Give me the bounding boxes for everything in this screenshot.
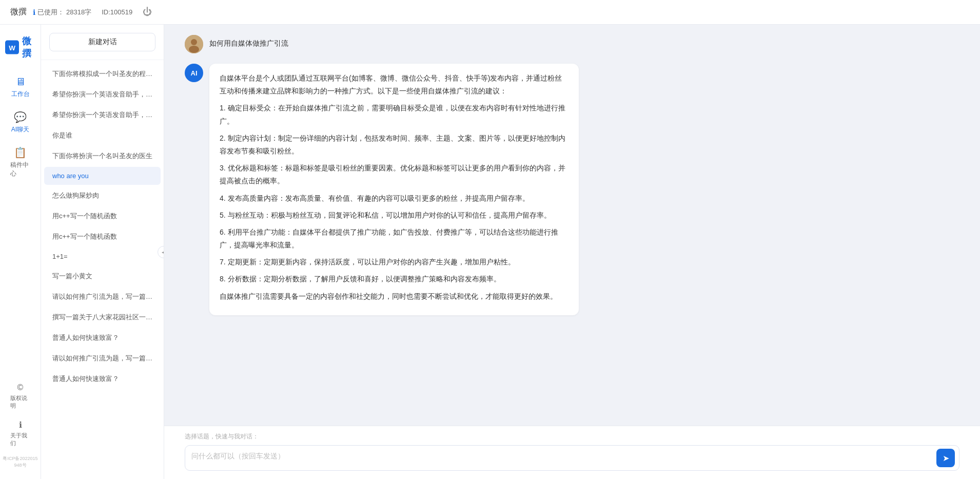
sidebar-history-item[interactable]: 下面你将扮演一个名叫圣友的医生 [44,146,161,166]
ai-response-paragraph: 6. 利用平台推广功能：自媒体平台都提供了推广功能，如广告投放、付费推广等，可以… [220,226,569,252]
topbar-usage: ℹ 已使用： 28318字 [33,8,91,17]
topbar-right: ℹ 已使用： 28318字 ID:100519 ⏻ [33,7,152,17]
ai-response-paragraph: 3. 优化标题和标签：标题和标签是吸引粉丝的重要因素。优化标题和标签可以让更多的… [220,162,569,187]
usage-label: 已使用： [37,8,64,17]
sidebar-history-item[interactable]: 撰写一篇关于八大家花园社区一刻钟便民生... [44,308,161,327]
ai-response-paragraph: 自媒体平台是个人或团队通过互联网平台(如博客、微博、微信公众号、抖音、快手等)发… [220,72,569,98]
user-avatar-img [185,35,203,53]
sidebar-header: 新建对话 [41,25,164,60]
nav-about-label: 关于我们 [10,432,31,447]
sidebar-history-item[interactable]: 用c++写一个随机函数 [44,206,161,226]
nav-item-workbench[interactable]: 🖥 工作台 [4,72,37,103]
sidebar-history-item[interactable]: 请以如何推广引流为题，写一篇大纲 [44,349,161,368]
sidebar-list: 下面你将模拟成一个叫圣友的程序员，我说...希望你扮演一个英语发音助手，我提供给… [41,60,164,479]
sidebar-history-item[interactable]: who are you [44,167,161,185]
nav-item-about[interactable]: ℹ 关于我们 [4,416,37,451]
ai-response-paragraph: 1. 确定目标受众：在开始自媒体推广引流之前，需要明确目标受众是谁，以便在发布内… [220,102,569,127]
icp-text: 粤ICP备2022015948号 [0,453,41,469]
topbar-title: 微撰 [10,7,27,17]
topbar-id: ID:100519 [102,8,132,16]
svg-text:W: W [9,44,15,52]
nav-item-ai-chat[interactable]: 💬 AI聊天 [4,107,37,138]
info-icon: ℹ [33,8,35,16]
main-layout: W 微撰 🖥 工作台 💬 AI聊天 📋 稿件中心 © 版权说明 ℹ 关于我们 粤 [0,25,980,479]
logo-icon: W [5,38,19,56]
send-button[interactable]: ➤ [936,449,955,467]
ai-response-paragraph: 7. 定期更新：定期更新内容，保持活跃度，可以让用户对你的内容产生兴趣，增加用户… [220,256,569,269]
sidebar-history-item[interactable]: 写一篇小黄文 [44,266,161,286]
sidebar: 新建对话 下面你将模拟成一个叫圣友的程序员，我说...希望你扮演一个英语发音助手… [41,25,164,479]
ai-response-paragraph: 4. 发布高质量内容：发布高质量、有价值、有趣的内容可以吸引更多的粉丝，并提高用… [220,192,569,205]
about-icon: ℹ [19,420,22,430]
ai-response-paragraph: 8. 分析数据：定期分析数据，了解用户反馈和喜好，以便调整推广策略和内容发布频率… [220,273,569,285]
user-avatar [185,35,203,53]
chat-input[interactable] [191,448,932,468]
sidebar-history-item[interactable]: 用c++写一个随机函数 [44,227,161,246]
ai-chat-icon: 💬 [14,111,27,123]
sidebar-history-item[interactable]: 希望你扮演一个英语发音助手，我提供给你... [44,85,161,104]
sidebar-history-item[interactable]: 普通人如何快速致富？ [44,328,161,348]
sidebar-history-item[interactable]: 普通人如何快速致富？ [44,369,161,389]
logo-area: W 微撰 [0,35,41,68]
collapse-icon: ◀ [162,248,165,256]
user-message-text: 如何用自媒体做推广引流 [209,39,288,47]
nav-bottom: © 版权说明 ℹ 关于我们 粤ICP备2022015948号 [0,379,41,469]
nav-workbench-label: 工作台 [11,90,30,99]
nav-item-copyright[interactable]: © 版权说明 [4,379,37,414]
ai-response-paragraph: 5. 与粉丝互动：积极与粉丝互动，回复评论和私信，可以增加用户对你的认可和信任，… [220,209,569,222]
chat-area: 如何用自媒体做推广引流 AI 自媒体平台是个人或团队通过互联网平台(如博客、微博… [164,25,980,479]
new-chat-button[interactable]: 新建对话 [49,33,155,51]
usage-count: 28318字 [66,8,91,17]
nav-copyright-label: 版权说明 [10,394,31,410]
ai-message: AI 自媒体平台是个人或团队通过互联网平台(如博客、微博、微信公众号、抖音、快手… [185,64,959,315]
sidebar-history-item[interactable]: 希望你扮演一个英语发音助手，我提供给你... [44,105,161,125]
sidebar-history-item[interactable]: 下面你将模拟成一个叫圣友的程序员，我说... [44,64,161,84]
ai-bubble: 自媒体平台是个人或团队通过互联网平台(如博客、微博、微信公众号、抖音、快手等)发… [209,64,579,315]
quick-select-label: 选择话题，快速与我对话： [185,432,959,441]
ai-response-paragraph: 2. 制定内容计划：制定一份详细的内容计划，包括发布时间、频率、主题、文案、图片… [220,132,569,158]
nav-item-mailbox[interactable]: 📋 稿件中心 [4,142,37,182]
copyright-icon: © [17,383,24,392]
logo-text: 微撰 [22,35,36,60]
user-bubble: 如何用自媒体做推广引流 [209,35,288,52]
ai-avatar: AI [185,64,203,82]
power-icon[interactable]: ⏻ [143,7,152,17]
nav-ai-chat-label: AI聊天 [11,125,29,134]
workbench-icon: 🖥 [15,76,26,88]
mailbox-icon: 📋 [14,146,27,159]
user-message: 如何用自媒体做推广引流 [185,35,959,53]
topbar: 微撰 ℹ 已使用： 28318字 ID:100519 ⏻ [0,0,980,25]
sidebar-history-item[interactable]: 1+1= [44,247,161,265]
nav-mailbox-label: 稿件中心 [10,161,31,178]
sidebar-history-item[interactable]: 请以如何推广引流为题，写一篇大纲 [44,287,161,306]
input-box-wrap: ➤ [185,445,959,471]
left-nav: W 微撰 🖥 工作台 💬 AI聊天 📋 稿件中心 © 版权说明 ℹ 关于我们 粤 [0,25,41,479]
chat-input-area: 选择话题，快速与我对话： ➤ [164,426,980,479]
svg-point-3 [191,39,197,45]
send-icon: ➤ [943,453,949,463]
svg-point-4 [189,46,199,53]
sidebar-history-item[interactable]: 怎么做狗屎炒肉 [44,186,161,205]
sidebar-history-item[interactable]: 你是谁 [44,126,161,145]
ai-response-paragraph: 自媒体推广引流需要具备一定的内容创作和社交能力，同时也需要不断尝试和优化，才能取… [220,290,569,303]
chat-messages: 如何用自媒体做推广引流 AI 自媒体平台是个人或团队通过互联网平台(如博客、微博… [164,25,980,426]
